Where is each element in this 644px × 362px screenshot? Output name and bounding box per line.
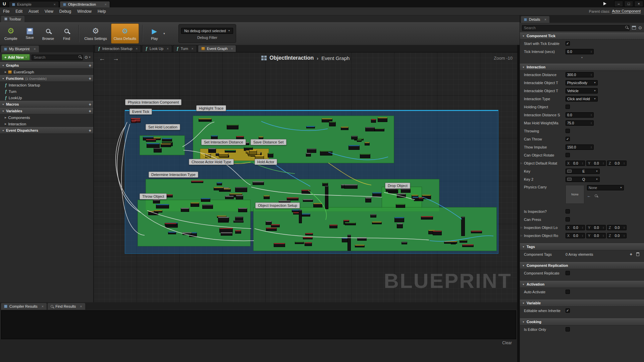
graph-node[interactable]	[307, 148, 316, 153]
close-icon[interactable]: ×	[544, 17, 546, 21]
vector-field-z[interactable]: Z0.0↕	[607, 233, 627, 238]
graph-node[interactable]	[249, 150, 257, 155]
vector-field-x[interactable]: X0.0↕	[566, 161, 585, 166]
menu-asset[interactable]: Asset	[25, 9, 42, 14]
comment-title-hold-actor[interactable]: Hold Actor	[255, 159, 277, 165]
graph-node[interactable]	[306, 126, 315, 128]
graph-node[interactable]	[386, 188, 396, 192]
close-button[interactable]: ×	[634, 1, 643, 7]
graph-node[interactable]	[219, 228, 233, 233]
key-dropdown[interactable]: Q▼	[566, 177, 600, 182]
section-header-variables[interactable]: ▼Variables+	[0, 108, 93, 114]
graph-node[interactable]	[161, 143, 171, 147]
list-item-interaction-startup[interactable]: ƒInteraction Startup	[0, 82, 93, 88]
vector-field-x[interactable]: X0.0↕	[566, 225, 585, 230]
delete-icon[interactable]	[636, 252, 639, 256]
tab-event-graph[interactable]: Event Graph×	[198, 45, 236, 52]
window-tab-objectinteraction[interactable]: ObjectInteraction ×	[60, 1, 110, 7]
visibility-filter[interactable]: ⊙ ▼	[85, 55, 92, 60]
graph-node[interactable]	[219, 153, 228, 157]
toolbar-button-find[interactable]: Find	[58, 23, 75, 44]
add-button[interactable]: +	[89, 63, 91, 68]
window-tab-example[interactable]: Example ×	[9, 1, 59, 7]
section-header-graphs[interactable]: ▼Graphs+	[0, 62, 93, 69]
graph-node[interactable]	[295, 241, 304, 244]
close-icon[interactable]: ×	[192, 47, 194, 51]
asset-dropdown[interactable]: None▼	[587, 185, 624, 190]
display-filter-icon[interactable]	[632, 26, 636, 29]
close-icon[interactable]: ×	[34, 47, 36, 51]
graph-node[interactable]	[208, 148, 216, 153]
graph-node[interactable]	[461, 217, 465, 236]
expand-arrow-icon[interactable]: ▷	[521, 162, 522, 165]
graph-node[interactable]	[471, 231, 482, 233]
graph-node[interactable]	[302, 190, 310, 194]
menu-file[interactable]: File	[0, 9, 12, 14]
graph-node[interactable]	[320, 150, 332, 156]
tab-my-blueprint[interactable]: My Blueprint ×	[1, 46, 39, 52]
close-icon[interactable]: ×	[54, 2, 56, 6]
graph-node[interactable]	[303, 199, 313, 202]
close-icon[interactable]: ×	[42, 304, 44, 308]
graph-node[interactable]	[201, 198, 210, 202]
dropdown[interactable]: Click and Hold▼	[566, 96, 598, 102]
graph-node[interactable]	[287, 197, 299, 200]
launch-icon[interactable]	[603, 2, 606, 5]
section-header-functions[interactable]: ▼Functions(1 Overridable)+	[0, 75, 93, 82]
section-header-tags[interactable]: ▼Tags	[520, 243, 644, 250]
close-icon[interactable]: ×	[136, 47, 138, 51]
graph-node[interactable]	[253, 181, 264, 185]
add-button[interactable]: +	[89, 109, 91, 114]
breadcrumb-graph[interactable]: Event Graph	[321, 55, 350, 61]
checkbox[interactable]	[566, 217, 570, 222]
key-dropdown[interactable]: E▼	[566, 169, 600, 174]
section-header-macros[interactable]: ▼Macros+	[0, 101, 93, 108]
toolbar-button-class-defaults[interactable]: ⚙Class Defaults	[111, 23, 139, 44]
list-item-components[interactable]: ▶Components	[0, 114, 93, 121]
close-icon[interactable]: ×	[231, 47, 233, 51]
graph-node[interactable]	[235, 230, 241, 234]
number-field[interactable]: 300.0↕	[566, 72, 594, 77]
graph-node[interactable]	[313, 203, 322, 207]
vector-field-y[interactable]: Y0.0↕	[586, 233, 606, 238]
graph-node[interactable]	[348, 145, 360, 150]
comment-title-drop-object[interactable]: Drop Object	[385, 183, 410, 189]
graph-node[interactable]	[154, 210, 162, 213]
section-header-component-replication[interactable]: ▼Component Replication	[520, 262, 644, 269]
add-element-icon[interactable]: +	[630, 252, 632, 257]
comment-title-choose-actor-hold-type[interactable]: Choose Actor Hold Type	[189, 159, 234, 165]
graph-node[interactable]	[401, 242, 407, 244]
toolbar-button-class-settings[interactable]: ⚙Class Settings	[82, 23, 109, 44]
checkbox[interactable]	[566, 271, 570, 275]
graph-node[interactable]	[355, 245, 365, 247]
tab-look-up[interactable]: ƒLook Up×	[142, 45, 172, 52]
graph-node[interactable]	[341, 127, 348, 130]
vector-field-x[interactable]: X0.0↕	[566, 233, 585, 238]
back-arrow-icon[interactable]: ←	[99, 55, 105, 62]
graph-node[interactable]	[344, 184, 358, 189]
graph-node[interactable]	[305, 233, 313, 235]
number-field[interactable]: 0.0↕	[566, 112, 594, 118]
clear-button[interactable]: Clear	[502, 341, 512, 345]
section-header-variable[interactable]: ▼Variable	[520, 300, 644, 307]
close-icon[interactable]: ×	[167, 47, 169, 51]
expand-arrow-icon[interactable]: ▷	[521, 226, 522, 229]
checkbox[interactable]: ✓	[566, 137, 570, 141]
menu-window[interactable]: Window	[74, 9, 95, 14]
checkbox[interactable]	[566, 290, 570, 294]
comment-title-highlight-trace[interactable]: Highlight Trace	[196, 105, 226, 111]
graph-node[interactable]	[131, 120, 136, 123]
graph-node[interactable]	[444, 241, 457, 244]
graph-node[interactable]	[329, 121, 336, 126]
parent-class-link[interactable]: Actor Component	[612, 9, 641, 13]
graph-node[interactable]	[370, 214, 376, 218]
checkbox[interactable]	[566, 153, 570, 157]
graph-node[interactable]	[401, 189, 411, 193]
list-item-lookup[interactable]: ƒLookUp	[0, 95, 93, 101]
forward-arrow-icon[interactable]: →	[113, 55, 119, 62]
menu-debug[interactable]: Debug	[56, 9, 74, 14]
graph-node[interactable]	[266, 228, 277, 231]
graph-node[interactable]	[214, 187, 224, 190]
close-icon[interactable]: ×	[105, 2, 107, 6]
graph-node[interactable]	[154, 148, 162, 153]
